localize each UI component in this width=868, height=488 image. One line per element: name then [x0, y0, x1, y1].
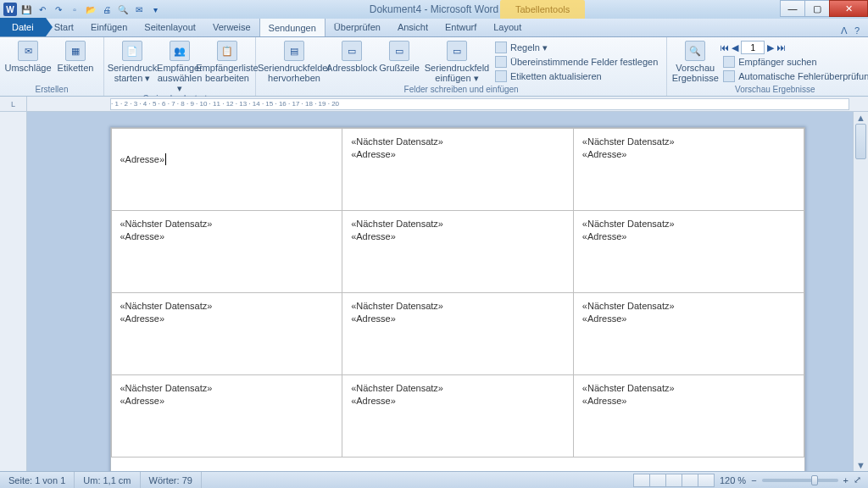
label-cell[interactable]: «Nächster Datensatz»«Adresse»: [111, 374, 343, 458]
merge-field: «Adresse»: [120, 154, 165, 164]
group-vorschau: 🔍Vorschau Ergebnisse ⏮ ◀ ▶ ⏭ Empfänger s…: [667, 37, 868, 96]
qat-redo-icon[interactable]: ↷: [52, 3, 65, 16]
merge-field: «Adresse»: [120, 395, 334, 408]
status-page[interactable]: Seite: 1 von 1: [0, 472, 75, 488]
ruler-vertical[interactable]: [0, 112, 27, 471]
vorschau-button[interactable]: 🔍Vorschau Ergebnisse: [672, 39, 718, 83]
record-number-input[interactable]: [741, 41, 765, 54]
app-icon[interactable]: W: [3, 3, 17, 16]
regeln-button[interactable]: Regeln ▾: [492, 41, 661, 54]
zoom-knob[interactable]: [811, 475, 818, 485]
group-seriendruck-starten: 📄Seriendruck starten ▾ 👥Empfänger auswäh…: [104, 37, 256, 96]
fullscreen-icon[interactable]: ⤢: [854, 474, 861, 485]
label-cell[interactable]: «Nächster Datensatz»«Adresse»: [573, 292, 805, 375]
etiketten-button[interactable]: ▦Etiketten: [53, 39, 98, 73]
view-fullscreen-icon[interactable]: [649, 474, 666, 487]
status-words[interactable]: Wörter: 79: [141, 472, 202, 488]
first-record-icon[interactable]: ⏮: [720, 42, 729, 53]
match-icon: [495, 56, 507, 68]
grusszeile-button[interactable]: ▭Grußzeile: [376, 39, 422, 73]
zoom-out-icon[interactable]: −: [751, 475, 756, 485]
seriendruck-starten-button[interactable]: 📄Seriendruck starten ▾: [109, 39, 155, 83]
editlist-icon: 📋: [217, 41, 237, 61]
merge-field: «Nächster Datensatz»: [351, 382, 565, 396]
label-cell[interactable]: «Nächster Datensatz»«Adresse»: [573, 374, 805, 458]
label-cell[interactable]: «Nächster Datensatz»«Adresse»: [111, 210, 343, 293]
qat-more-icon[interactable]: ▾: [148, 3, 162, 16]
qat-undo-icon[interactable]: ↶: [36, 3, 49, 16]
status-position[interactable]: Um: 1,1 cm: [75, 472, 140, 488]
empfaenger-suchen-button[interactable]: Empfänger suchen: [720, 55, 868, 69]
zoom-in-icon[interactable]: +: [843, 475, 849, 485]
merge-field: «Nächster Datensatz»: [582, 218, 796, 231]
tab-entwurf[interactable]: Entwurf: [437, 18, 485, 36]
umschlaege-button[interactable]: ✉Umschläge: [5, 39, 51, 73]
group-felder: ▤Seriendruckfelder hervorheben ▭Adressbl…: [256, 37, 667, 96]
qat-print-icon[interactable]: 🖨: [100, 3, 114, 16]
label-cell[interactable]: «Nächster Datensatz»«Adresse»: [342, 374, 574, 458]
tab-file[interactable]: Datei: [0, 18, 46, 36]
qat-mail-icon[interactable]: ✉: [132, 3, 146, 16]
label-cell[interactable]: «Nächster Datensatz»«Adresse»: [111, 292, 343, 375]
ruler-corner[interactable]: L: [0, 97, 27, 112]
qat-new-icon[interactable]: ▫: [68, 3, 81, 16]
view-buttons: [634, 474, 715, 487]
scroll-thumb[interactable]: [855, 124, 866, 159]
next-record-icon[interactable]: ▶: [767, 42, 774, 53]
label-cell[interactable]: «Nächster Datensatz»«Adresse»: [342, 210, 574, 293]
label-cell[interactable]: «Nächster Datensatz»«Adresse»: [573, 128, 805, 211]
tab-einfuegen[interactable]: Einfügen: [82, 18, 136, 36]
ruler-bar[interactable]: · 1 · 2 · 3 · 4 · 5 · 6 · 7 · 8 · 9 · 10…: [110, 98, 849, 110]
felder-festlegen-button[interactable]: Übereinstimmende Felder festlegen: [492, 55, 661, 69]
view-outline-icon[interactable]: [682, 474, 698, 487]
help-icon[interactable]: ?: [854, 25, 860, 36]
tab-ansicht[interactable]: Ansicht: [389, 18, 437, 36]
quick-access-toolbar: W 💾 ↶ ↷ ▫ 📂 🖨 🔍 ✉ ▾: [0, 3, 162, 16]
prev-record-icon[interactable]: ◀: [732, 42, 738, 53]
zoom-percent[interactable]: 120 %: [720, 475, 746, 485]
etiketten-aktualisieren-button[interactable]: Etiketten aktualisieren: [492, 69, 661, 83]
qat-preview-icon[interactable]: 🔍: [116, 3, 130, 16]
insertfield-icon: ▭: [447, 41, 467, 61]
view-draft-icon[interactable]: [698, 474, 715, 487]
ribbon: ✉Umschläge ▦Etiketten Erstellen 📄Seriend…: [0, 37, 868, 97]
record-nav: ⏮ ◀ ▶ ⏭: [720, 41, 868, 54]
view-print-icon[interactable]: [633, 474, 650, 487]
felder-hervorheben-button[interactable]: ▤Seriendruckfelder hervorheben: [261, 39, 327, 83]
view-web-icon[interactable]: [665, 474, 682, 487]
group-label: Vorschau Ergebnisse: [672, 84, 868, 94]
maximize-button[interactable]: ▢: [804, 0, 830, 17]
group-label: Erstellen: [5, 84, 98, 94]
merge-field: «Adresse»: [351, 230, 565, 244]
merge-field: «Nächster Datensatz»: [120, 382, 334, 396]
qat-save-icon[interactable]: 💾: [19, 3, 33, 16]
fehlerueberpruefung-button[interactable]: Automatische Fehlerüberprüfung: [720, 69, 868, 83]
help-icons: ⴷ ?: [841, 25, 868, 36]
tab-ueberpruefen[interactable]: Überprüfen: [326, 18, 389, 36]
label-cell[interactable]: «Nächster Datensatz»«Adresse»: [342, 128, 574, 211]
tab-sendungen[interactable]: Sendungen: [259, 18, 326, 36]
scrollbar-vertical[interactable]: ▲ ▼: [853, 112, 868, 471]
document-canvas[interactable]: «Adresse»«Nächster Datensatz»«Adresse»«N…: [27, 112, 868, 471]
scroll-up-icon[interactable]: ▲: [854, 112, 868, 124]
last-record-icon[interactable]: ⏭: [776, 42, 786, 53]
qat-open-icon[interactable]: 📂: [84, 3, 97, 16]
seriendruckfeld-einfuegen-button[interactable]: ▭Seriendruckfeld einfügen ▾: [424, 39, 490, 83]
merge-field: «Nächster Datensatz»: [582, 136, 796, 149]
tab-seitenlayout[interactable]: Seitenlayout: [136, 18, 204, 36]
minimize-ribbon-icon[interactable]: ⴷ: [841, 25, 848, 36]
zoom-slider[interactable]: [762, 479, 838, 482]
tab-verweise[interactable]: Verweise: [204, 18, 259, 36]
scroll-down-icon[interactable]: ▼: [854, 459, 868, 471]
find-icon: [723, 56, 735, 68]
label-cell[interactable]: «Adresse»: [111, 128, 343, 211]
close-button[interactable]: ✕: [829, 0, 868, 17]
minimize-button[interactable]: —: [780, 0, 805, 17]
empfaengerliste-bearbeiten-button[interactable]: 📋Empfängerliste bearbeiten: [204, 39, 250, 83]
adressblock-button[interactable]: ▭Adressblock: [329, 39, 375, 73]
tab-layout[interactable]: Layout: [485, 18, 530, 36]
label-cell[interactable]: «Nächster Datensatz»«Adresse»: [342, 292, 574, 375]
label-cell[interactable]: «Nächster Datensatz»«Adresse»: [573, 210, 805, 293]
title-bar: W 💾 ↶ ↷ ▫ 📂 🖨 🔍 ✉ ▾ Dokument4 - Microsof…: [0, 0, 868, 19]
merge-field: «Adresse»: [351, 313, 565, 326]
